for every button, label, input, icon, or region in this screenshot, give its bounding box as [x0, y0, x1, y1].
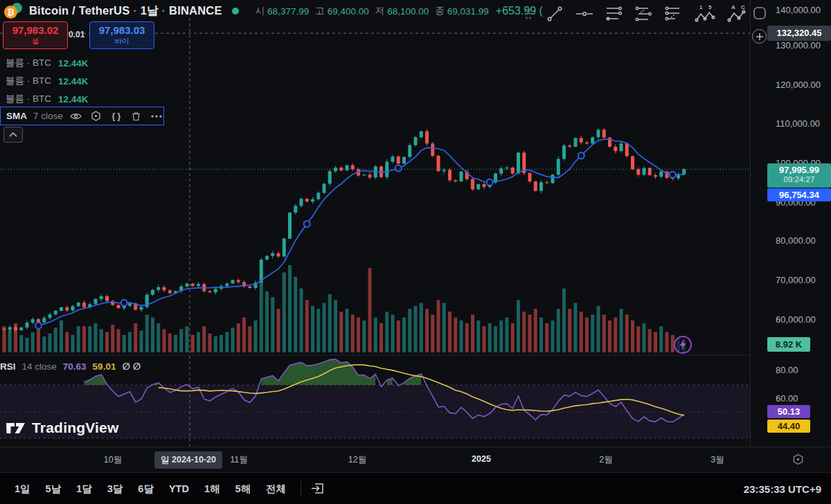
ohlc-label: 종	[435, 5, 445, 17]
svg-text:1: 1	[699, 4, 703, 10]
maximize-icon[interactable]	[752, 6, 767, 21]
toolbar-divider	[301, 481, 301, 496]
volume-value: 12.44K	[58, 76, 89, 87]
info-line-tool-icon[interactable]	[634, 8, 654, 20]
time-tick[interactable]: 3월	[711, 454, 724, 466]
rsi-params: 14 close	[22, 361, 57, 372]
ohlc-label: 고	[315, 5, 325, 17]
source-code-icon[interactable]: { }	[109, 110, 123, 123]
svg-text:A: A	[731, 4, 735, 10]
cross-line-tool-icon[interactable]	[663, 8, 684, 20]
buy-button[interactable]: 97,983.03 바이	[89, 21, 154, 49]
sma-params: 7 close	[33, 111, 63, 121]
range-button-5날[interactable]: 5날	[38, 478, 69, 500]
sma-indicator-row[interactable]: SMA 7 close { }	[0, 107, 164, 125]
elliott-impulse-wave-tool-icon[interactable]: 1 5	[693, 8, 717, 20]
range-button-3달[interactable]: 3달	[100, 478, 131, 500]
time-tick[interactable]: 2월	[599, 454, 612, 466]
sma-label: SMA	[6, 111, 27, 121]
rsi-label: RSI	[0, 361, 16, 372]
svg-text:5: 5	[708, 4, 712, 10]
bar-countdown: 09:24:27	[767, 175, 831, 183]
tradingview-chart-window: ₿ Bitcoin / TetherUS · 1날 · BINANCE 시68,…	[0, 0, 831, 504]
ohlc-value: 69,031.99	[447, 6, 489, 17]
ohlc-label: 저	[375, 5, 385, 17]
buy-price-label: 96,754.34	[767, 188, 831, 201]
eye-icon[interactable]	[69, 110, 83, 123]
rsi-ma-value-label: 44.40	[767, 420, 810, 433]
timezone-settings-icon[interactable]	[791, 453, 805, 465]
volume-legend-row[interactable]: 볼륨 · BTC12.44K	[6, 91, 89, 107]
rsi-ma-value: 59.01	[93, 361, 116, 372]
ohlc-value: 68,377.99	[267, 6, 309, 17]
rsi-empty-markers: ∅ ∅	[122, 361, 141, 372]
settings-icon[interactable]	[89, 110, 103, 123]
price-axis[interactable]: 140,000.00130,000.00120,000.00110,000.00…	[750, 0, 831, 447]
price-tick: 140,000.00	[776, 5, 821, 15]
drag-handle-icon[interactable]	[521, 8, 535, 20]
tradingview-logo-icon	[6, 420, 26, 435]
go-to-date-icon[interactable]	[308, 483, 326, 495]
ohlc-value: 69,400.00	[328, 6, 369, 17]
crosshair-date-label: 일 2024-10-20	[154, 451, 222, 469]
price-tick: 110,000.00	[776, 118, 820, 129]
price-tick: 80,000.00	[776, 235, 816, 246]
volume-label: 볼륨 · BTC	[6, 57, 51, 69]
collapse-legend-button[interactable]	[3, 127, 23, 143]
range-button-6달[interactable]: 6달	[130, 478, 161, 500]
market-status-dot	[232, 8, 239, 15]
price-tick: 120,000.00	[776, 80, 821, 90]
range-button-5해[interactable]: 5해	[227, 478, 258, 500]
volume-legend-row[interactable]: 볼륨 · BTC12.44K	[6, 55, 89, 71]
rsi-tick: 60.00	[776, 393, 798, 404]
rsi-value: 70.63	[63, 361, 87, 372]
range-button-1달[interactable]: 1달	[69, 478, 100, 500]
ohlc-label: 시	[256, 5, 265, 17]
range-button-전체[interactable]: 전체	[258, 478, 294, 500]
add-alert-icon[interactable]	[752, 29, 767, 44]
elliott-correction-wave-tool-icon[interactable]: A C	[726, 8, 749, 20]
rsi-tick: 80.00	[776, 365, 798, 375]
parallel-lines-tool-icon[interactable]	[604, 8, 625, 20]
ohlc-value: 68,100.00	[387, 6, 429, 17]
horizontal-line-tool-icon[interactable]	[574, 8, 595, 20]
symbol-logo: ₿	[4, 3, 24, 19]
symbol-title[interactable]: Bitcoin / TetherUS · 1날 · BINANCE	[29, 3, 222, 19]
bitcoin-coin-icon: ₿	[4, 6, 17, 19]
date-range-buttons: 1일5날1달3달6달YTD1해5해전체	[7, 478, 294, 500]
watermark-text: TradingView	[32, 420, 119, 436]
price-tick: 70,000.00	[776, 275, 816, 285]
ohlc-legend: 시68,377.99고69,400.00저68,100.00종69,031.99	[256, 5, 489, 17]
spread-value: 0.01	[69, 30, 84, 39]
trend-line-tool-icon[interactable]	[544, 8, 565, 20]
volume-label: 볼륨 · BTC	[6, 93, 51, 105]
range-button-1일[interactable]: 1일	[7, 478, 38, 500]
clock[interactable]: 23:35:33 UTC+9	[744, 483, 821, 495]
volume-legend-row[interactable]: 볼륨 · BTC12.44K	[6, 73, 89, 89]
last-price-label: 97,995.99 09:24:27	[767, 163, 831, 188]
more-options-icon[interactable]	[150, 110, 163, 123]
price-tick: 60,000.00	[776, 314, 816, 325]
range-button-YTD[interactable]: YTD	[161, 479, 197, 498]
bottom-toolbar: 1일5날1달3달6달YTD1해5해전체 23:35:33 UTC+9	[0, 472, 831, 504]
time-tick[interactable]: 2025	[472, 454, 491, 464]
delete-icon[interactable]	[129, 110, 143, 123]
time-tick[interactable]: 10월	[104, 454, 122, 466]
rsi-value-label: 50.13	[767, 405, 810, 418]
quick-trade-lightning-icon[interactable]	[672, 334, 693, 355]
volume-value-label: 8.92 K	[767, 337, 810, 352]
sell-button[interactable]: 97,983.02 셀	[3, 21, 68, 49]
buy-price: 97,983.03	[99, 24, 145, 36]
tradingview-watermark[interactable]: TradingView	[6, 420, 119, 436]
crosshair-price-label: 132,320.45	[767, 26, 831, 41]
rsi-indicator-row[interactable]: RSI 14 close 70.63 59.01 ∅ ∅	[0, 361, 141, 372]
time-tick[interactable]: 12월	[348, 454, 366, 466]
time-tick[interactable]: 11월	[230, 454, 247, 466]
svg-text:C: C	[741, 4, 745, 10]
volume-value: 12.44K	[58, 94, 89, 105]
volume-label: 볼륨 · BTC	[6, 75, 51, 87]
chart-canvas[interactable]	[0, 0, 750, 447]
time-axis[interactable]: 10월11월12월20252월3월 일 2024-10-20	[0, 447, 831, 473]
range-button-1해[interactable]: 1해	[197, 478, 228, 500]
buy-label: 바이	[115, 37, 129, 46]
